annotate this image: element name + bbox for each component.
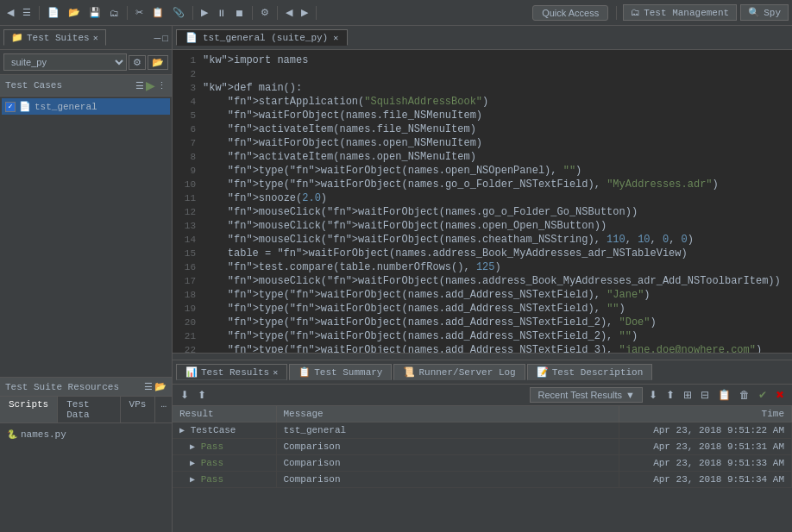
results-fail-btn[interactable]: ✖: [773, 388, 787, 402]
editor-tab-close-icon[interactable]: ✕: [333, 33, 338, 43]
line-content: "fn">type("fn">waitForObject(names.open_…: [203, 164, 792, 178]
test-case-checkbox[interactable]: ✓: [5, 102, 16, 112]
toolbar-cut[interactable]: ✂: [132, 5, 147, 20]
line-content: "fn">type("fn">waitForObject(names.add_A…: [203, 343, 792, 353]
suite-folder-btn[interactable]: 📂: [148, 55, 168, 70]
toolbar-run[interactable]: ▶: [198, 5, 211, 20]
left-panel: 📁 Test Suites ✕ ─ □ suite_py ⚙ 📂 Test Ca…: [0, 26, 173, 532]
line-content: "fn">mouseClick("fn">waitForObject(names…: [203, 205, 792, 219]
resource-item[interactable]: 🐍 names.py: [3, 427, 168, 442]
resources-folder-btn[interactable]: 📂: [154, 381, 167, 392]
code-line: 7 "fn">waitForObject(names.open_NSMenuIt…: [173, 136, 792, 150]
quick-access-button[interactable]: Quick Access: [532, 5, 608, 21]
test-management-icon: 🗂: [631, 7, 640, 18]
toolbar-open[interactable]: 📂: [65, 5, 84, 20]
editor-tab[interactable]: 📄 tst_general (suite_py) ✕: [176, 29, 348, 46]
py-file-icon: 🐍: [7, 429, 17, 440]
test-case-item[interactable]: ✓ 📄 tst_general: [2, 98, 170, 115]
line-content: "fn">type("fn">waitForObject(names.add_A…: [203, 288, 792, 302]
runner-log-tab[interactable]: 📜 Runner/Server Log: [393, 364, 525, 380]
toolbar-new[interactable]: 📄: [44, 5, 63, 20]
toolbar-stop[interactable]: ⏹: [231, 6, 248, 20]
result-cell: ▶ TestCase: [173, 422, 276, 439]
time-cell: Apr 23, 2018 9:51:34 AM: [619, 472, 792, 488]
more-tabs-btn[interactable]: …: [155, 397, 172, 422]
vps-tab[interactable]: VPs: [121, 397, 156, 422]
editor-area: 📄 tst_general (suite_py) ✕ 1"kw">import …: [173, 26, 792, 360]
line-content: "fn">type("fn">waitForObject(names.add_A…: [203, 329, 792, 343]
suite-dropdown[interactable]: suite_py: [3, 53, 127, 71]
toolbar-sep-7: [616, 6, 617, 20]
test-data-tab[interactable]: Test Data: [58, 397, 120, 422]
runner-log-icon: 📜: [403, 366, 415, 378]
test-summary-tab[interactable]: 📋 Test Summary: [289, 364, 392, 380]
toolbar-paste[interactable]: 📎: [169, 5, 188, 20]
test-management-tab[interactable]: 🗂 Test Management: [623, 4, 737, 21]
more-tabs-icon: …: [160, 399, 167, 410]
spy-tab[interactable]: 🔍 Spy: [740, 4, 789, 21]
toolbar-save[interactable]: 💾: [85, 5, 104, 20]
panel-maximize-btn[interactable]: □: [162, 33, 168, 43]
code-line: 17 "fn">mouseClick("fn">waitForObject(na…: [173, 274, 792, 288]
recent-results-btn[interactable]: Recent Test Results ▼: [530, 387, 643, 403]
test-cases-more-btn[interactable]: ⋮: [157, 78, 167, 92]
results-btn-1[interactable]: ⬇: [646, 388, 660, 402]
panel-minimize-btn[interactable]: ─: [154, 33, 161, 43]
test-summary-label: Test Summary: [314, 367, 382, 378]
toolbar-sep-3: [192, 6, 193, 20]
spy-label: Spy: [764, 8, 781, 18]
toolbar-settings[interactable]: ⚙: [257, 5, 273, 20]
test-cases-menu-btn[interactable]: ☰: [135, 78, 144, 92]
code-line: 8 "fn">activateItem(names.open_NSMenuIte…: [173, 150, 792, 164]
toolbar-nav-fwd[interactable]: ▶: [298, 5, 311, 20]
result-cell: ▶ Pass: [173, 472, 276, 488]
message-cell: tst_general: [276, 422, 619, 439]
line-number: 6: [173, 122, 203, 136]
line-number: 2: [173, 67, 203, 81]
toolbar-menu[interactable]: ☰: [19, 5, 35, 20]
results-btn-5[interactable]: 📋: [715, 388, 733, 402]
test-suites-label: Test Suites: [27, 33, 90, 43]
time-cell: Apr 23, 2018 9:51:33 AM: [619, 455, 792, 472]
line-content: "fn">mouseClick("fn">waitForObject(names…: [203, 233, 792, 247]
results-import-btn[interactable]: ⬆: [195, 388, 209, 402]
table-row[interactable]: ▶ Pass Comparison Apr 23, 2018 9:51:33 A…: [173, 455, 792, 472]
code-line: 13 "fn">mouseClick("fn">waitForObject(na…: [173, 219, 792, 233]
code-editor[interactable]: 1"kw">import names23"kw">def main():4 "f…: [173, 50, 792, 353]
results-export-btn[interactable]: ⬇: [178, 388, 192, 402]
results-btn-2[interactable]: ⬆: [663, 388, 677, 402]
recent-results-label: Recent Test Results: [537, 390, 622, 400]
test-suites-tab[interactable]: 📁 Test Suites ✕: [3, 29, 106, 46]
line-content: "fn">test.compare(table.numberOfRows(), …: [203, 260, 792, 274]
results-pass-btn[interactable]: ✔: [756, 388, 770, 402]
test-suites-close-icon[interactable]: ✕: [93, 33, 98, 43]
test-description-tab[interactable]: 📝 Test Description: [527, 364, 653, 380]
table-row[interactable]: ▶ Pass Comparison Apr 23, 2018 9:51:34 A…: [173, 472, 792, 488]
code-line: 11 "fn">snooze(2.0): [173, 191, 792, 205]
resources-header-btns: ☰ 📂: [144, 381, 167, 392]
toolbar-copy[interactable]: 📋: [148, 5, 167, 20]
horizontal-scrollbar[interactable]: [173, 353, 792, 360]
test-results-close-icon[interactable]: ✕: [273, 367, 278, 378]
toolbar-back[interactable]: ◀: [3, 5, 17, 20]
run-test-btn[interactable]: ▶: [146, 78, 155, 92]
scripts-tab[interactable]: Scripts: [0, 397, 58, 422]
line-number: 22: [173, 343, 203, 353]
test-results-tab[interactable]: 📊 Test Results ✕: [176, 364, 287, 380]
line-number: 15: [173, 247, 203, 260]
col-message: Message: [276, 406, 619, 422]
resources-menu-btn[interactable]: ☰: [144, 381, 153, 392]
test-suites-icon: 📁: [11, 32, 23, 43]
results-btn-4[interactable]: ⊟: [698, 388, 712, 402]
line-number: 3: [173, 81, 203, 95]
table-row[interactable]: ▶ Pass Comparison Apr 23, 2018 9:51:31 A…: [173, 439, 792, 455]
suite-config-btn[interactable]: ⚙: [129, 55, 146, 70]
toolbar-nav-back[interactable]: ◀: [282, 5, 296, 20]
table-row[interactable]: ▶ TestCase tst_general Apr 23, 2018 9:51…: [173, 422, 792, 439]
code-line: 4 "fn">startApplication("SquishAddressBo…: [173, 95, 792, 109]
toolbar-save-all[interactable]: 🗂: [106, 6, 123, 20]
results-btn-6[interactable]: 🗑: [737, 388, 752, 402]
results-btn-3[interactable]: ⊞: [681, 388, 695, 402]
results-table: Result Message Time ▶ TestCase tst_gener…: [173, 406, 792, 532]
toolbar-pause[interactable]: ⏸: [213, 6, 229, 20]
